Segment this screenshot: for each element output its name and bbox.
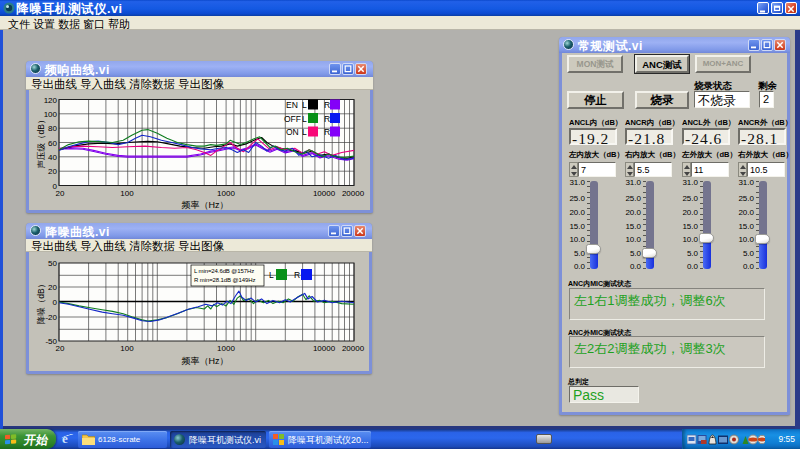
- svg-text:100: 100: [120, 344, 134, 353]
- svg-text:频率（Hz）: 频率（Hz）: [182, 356, 229, 366]
- svg-text:L: L: [302, 114, 307, 124]
- svg-text:20000: 20000: [342, 189, 365, 198]
- svg-text:50: 50: [48, 259, 57, 268]
- svg-text:L: L: [269, 270, 274, 280]
- svg-text:80: 80: [48, 124, 57, 133]
- svg-text:1000: 1000: [217, 189, 235, 198]
- svg-text:频率（Hz）: 频率（Hz）: [182, 200, 229, 210]
- svg-text:-20: -20: [45, 313, 57, 322]
- svg-text:R: R: [324, 127, 330, 137]
- svg-text:R: R: [294, 270, 300, 280]
- svg-text:OFF: OFF: [284, 114, 301, 124]
- svg-text:R: R: [324, 100, 330, 110]
- svg-text:R: R: [324, 114, 330, 124]
- svg-text:EN: EN: [286, 100, 298, 110]
- svg-text:120: 120: [44, 96, 58, 105]
- svg-text:R min=28.1dB @149Hz: R min=28.1dB @149Hz: [194, 277, 255, 283]
- svg-text:10000: 10000: [313, 344, 336, 353]
- svg-text:1000: 1000: [217, 344, 235, 353]
- svg-text:60: 60: [48, 139, 57, 148]
- svg-text:L: L: [302, 127, 307, 137]
- svg-text:ON: ON: [286, 127, 299, 137]
- svg-text:0: 0: [53, 298, 58, 307]
- svg-text:100: 100: [120, 189, 134, 198]
- svg-text:20: 20: [48, 167, 57, 176]
- svg-text:20: 20: [56, 344, 65, 353]
- svg-text:10000: 10000: [313, 189, 336, 198]
- svg-text:40: 40: [48, 153, 57, 162]
- svg-text:20: 20: [56, 189, 65, 198]
- svg-text:20000: 20000: [342, 344, 365, 353]
- svg-text:20: 20: [48, 283, 57, 292]
- svg-text:L: L: [302, 100, 307, 110]
- svg-text:声压级（dB）: 声压级（dB）: [36, 116, 46, 169]
- svg-text:L min=24.6dB @157Hz: L min=24.6dB @157Hz: [194, 268, 254, 274]
- svg-text:降噪（dB）: 降噪（dB）: [36, 280, 46, 324]
